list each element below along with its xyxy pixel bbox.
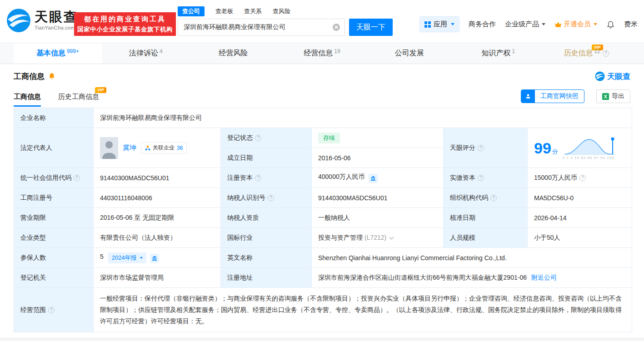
insured-bank-icon[interactable] — [150, 254, 159, 263]
tab-operating-risk[interactable]: 经营风险 — [190, 43, 278, 64]
search-tab-risk[interactable]: 查风险 — [273, 7, 290, 15]
search-box — [178, 19, 345, 36]
subtab-business-info[interactable]: 工商信息 — [14, 93, 41, 107]
nav-username[interactable]: 费米 — [624, 20, 638, 29]
tab-legal-proceedings[interactable]: 法律诉讼 4 — [102, 43, 190, 64]
promo-line-1: 都在用的商业查询工具 — [84, 15, 166, 24]
subtab-row: 工商信息 VIP 历史工商信息 工商官网快照 导出 — [0, 83, 644, 107]
business-term-value: 2016-05-06 至 无固定期限 — [100, 214, 174, 221]
help-icon[interactable] — [255, 175, 261, 181]
search-tab-boss[interactable]: 查老板 — [215, 7, 233, 15]
reg-capital-value: 400000万人民币 — [318, 173, 365, 180]
field-label: 核准日期 — [450, 214, 475, 221]
tianyancha-logo[interactable]: 天眼查 TianYanCha.com — [6, 8, 78, 33]
annual-report-badge[interactable]: 2024年报 — [108, 252, 146, 263]
field-label: 营业期限 — [20, 214, 46, 221]
help-icon[interactable] — [478, 145, 484, 151]
tab-company-development[interactable]: 公司发展 — [366, 43, 454, 64]
score-chart: 0 1 3 15 50 85 97 99 100 — [563, 136, 617, 160]
company-name-value: 深圳前海环融联易商业保理有限公司 — [100, 114, 202, 121]
subtab-history-business-info[interactable]: VIP 历史工商信息 — [58, 93, 99, 107]
business-scope-value: 一般经营项目：保付代理（非银行融资类）；与商业保理有关的咨询服务（不含限制项目）… — [100, 293, 625, 327]
crown-icon — [554, 21, 562, 28]
field-label: 纳税人识别号 — [227, 194, 265, 201]
insured-count-value: 5 — [100, 253, 104, 260]
chevron-down-icon[interactable] — [389, 235, 394, 239]
nearby-companies-link[interactable]: 附近公司 — [531, 274, 557, 281]
help-icon[interactable] — [490, 195, 497, 201]
score-value: 99 — [534, 139, 551, 157]
brand-name: 天眼查 — [35, 10, 78, 24]
notification-bell-icon[interactable] — [606, 20, 615, 29]
help-icon[interactable] — [579, 175, 586, 181]
field-label: 参保人数 — [20, 254, 46, 261]
vip-badge: VIP — [95, 87, 106, 93]
top-header: 天眼查 TianYanCha.com 都在用的商业查询工具 国家中小企业发展子基… — [0, 0, 644, 43]
credit-code-value: 91440300MA5DC56U01 — [100, 174, 170, 182]
row-reg-authority: 登记机关 深圳市市场监督管理局 注册地址 深圳市前海深港合作区南山街道枢纽大街6… — [14, 268, 632, 288]
help-icon[interactable] — [74, 175, 80, 181]
help-icon[interactable] — [268, 195, 274, 201]
main-tab-bar: 基本信息 999+ 法律诉讼 4 经营风险 经营信息 19 公司发展 知识产权 … — [0, 43, 644, 64]
snapshot-label: 工商官网快照 — [535, 92, 584, 100]
tab-basic-info[interactable]: 基本信息 999+ — [14, 43, 102, 64]
apps-menu-button[interactable]: 应用 — [419, 16, 459, 32]
field-label: 实缴资本 — [450, 174, 475, 181]
legal-rep-name[interactable]: 冀坤 — [123, 143, 136, 152]
field-label: 企业类型 — [20, 234, 46, 241]
field-label: 法定代表人 — [20, 144, 52, 151]
field-label: 登记机关 — [20, 274, 46, 281]
row-insured-count: 参保人数 52024年报 英文名称 Shenzhen Qianhai Huanr… — [14, 248, 632, 268]
industry-code: (L7212) — [364, 234, 386, 241]
approval-date-value: 2026-04-14 — [534, 214, 567, 222]
nav-enterprise-products[interactable]: 企业级产品 — [505, 20, 545, 29]
help-icon[interactable] — [478, 175, 484, 181]
search-area: 查公司 查老板 查关系 查风险 天眼一下 — [178, 6, 393, 36]
org-code-value: MA5DC56U-0 — [534, 194, 574, 202]
clear-icon[interactable] — [333, 24, 340, 31]
tab-label: 公司发展 — [395, 49, 424, 58]
chevron-down-icon — [451, 23, 454, 25]
tab-history-info[interactable]: VIP 历史信息 12 — [542, 43, 630, 64]
field-label: 工商注册号 — [20, 194, 52, 201]
nav-business-cooperation[interactable]: 商务合作 — [469, 20, 496, 29]
export-button[interactable]: 导出 — [596, 89, 630, 103]
help-icon[interactable] — [603, 50, 609, 57]
legal-rep-cell: 冀坤 关联企业 36 — [100, 137, 214, 159]
official-snapshot-button[interactable]: 工商官网快照 — [521, 89, 584, 103]
search-tab-relation[interactable]: 查关系 — [244, 7, 262, 15]
tianyancha-logo-icon — [595, 71, 605, 81]
tab-intellectual-property[interactable]: 知识产权 1 — [454, 43, 542, 64]
field-label: 注册地址 — [227, 274, 253, 281]
capital-bank-icon[interactable] — [369, 174, 378, 183]
taxpayer-quality-value: 一般纳税人 — [318, 214, 350, 221]
search-input[interactable] — [184, 24, 329, 31]
search-tab-company[interactable]: 查公司 — [178, 6, 205, 16]
export-label: 导出 — [612, 92, 624, 100]
field-label: 成立日期 — [227, 154, 253, 161]
legal-rep-photo[interactable] — [100, 137, 118, 159]
tab-operating-info[interactable]: 经营信息 19 — [278, 43, 366, 64]
row-business-scope: 经营范围 一般经营项目：保付代理（非银行融资类）；与商业保理有关的咨询服务（不含… — [14, 288, 632, 332]
field-label: 企业名称 — [20, 114, 46, 121]
excel-icon — [602, 93, 609, 100]
row-reg-number: 工商注册号 440301116048006 纳税人识别号 91440300MA5… — [14, 188, 632, 208]
enterprise-label: 企业级产品 — [505, 20, 539, 29]
field-label: 纳税人资质 — [227, 214, 259, 221]
business-info-table: 企业名称 深圳前海环融联易商业保理有限公司 法定代表人 冀坤 — [14, 108, 632, 332]
tab-label: 基本信息 — [36, 49, 65, 58]
help-icon[interactable] — [255, 135, 261, 141]
related-companies-badge[interactable]: 关联企业 36 — [141, 142, 187, 153]
search-button[interactable]: 天眼一下 — [349, 19, 393, 36]
help-icon[interactable] — [48, 307, 55, 313]
tab-label: 经营信息 — [304, 49, 333, 58]
related-companies-label: 关联企业 — [153, 144, 175, 152]
nav-open-vip[interactable]: 开通会员 — [554, 20, 597, 29]
score-cell[interactable]: 99分 0 1 3 15 50 85 97 99 100 — [534, 136, 625, 160]
person-icon — [521, 89, 535, 103]
promo-banner[interactable]: 都在用的商业查询工具 国家中小企业发展子基金旗下机构 — [74, 12, 176, 36]
tab-label: 知识产权 — [481, 49, 510, 58]
taxpayer-id-value: 91440300MA5DC56U01 — [318, 194, 388, 202]
search-row: 天眼一下 — [178, 19, 393, 36]
subscribe-bell-icon[interactable] — [48, 73, 55, 80]
